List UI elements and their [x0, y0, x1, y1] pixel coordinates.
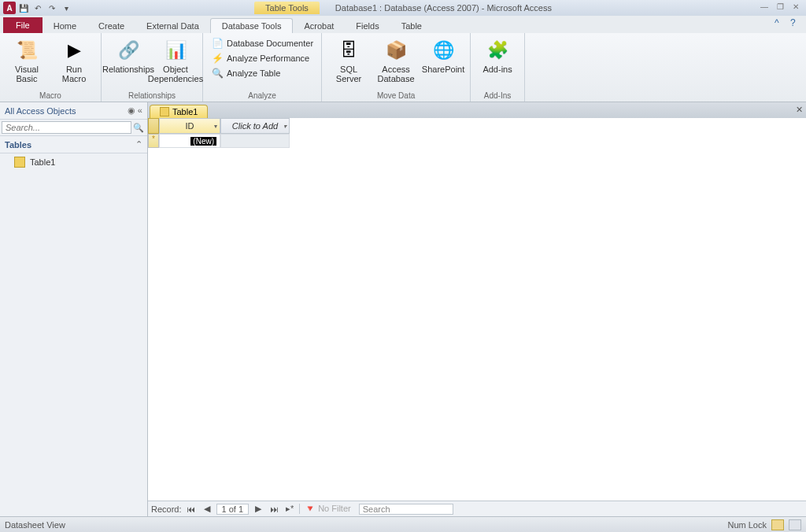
- tab-home[interactable]: Home: [43, 19, 87, 33]
- navpane-dropdown-icon[interactable]: ◉ «: [128, 105, 142, 116]
- documenter-icon: 📄: [211, 37, 224, 50]
- table-icon: [160, 107, 169, 116]
- window-title: Database1 : Database (Access 2007) - Mic…: [335, 3, 552, 13]
- relationships-button[interactable]: 🔗 Relationships: [106, 35, 150, 74]
- search-icon[interactable]: 🔍: [131, 123, 146, 133]
- document-area: Table1 ✕ ID▾ Click to Add▾ * (New) Recor…: [148, 102, 806, 516]
- record-search[interactable]: Search: [359, 504, 453, 515]
- database-documenter-button[interactable]: 📄Database Documenter: [208, 36, 316, 50]
- group-label: Relationships: [106, 90, 198, 102]
- minimize-button[interactable]: —: [757, 2, 771, 13]
- tab-database-tools[interactable]: Database Tools: [210, 18, 294, 33]
- ribbon-group-macros: 📜 Visual Basic ▶ Run Macro Macro: [0, 33, 102, 102]
- contextual-tab-title: Table Tools: [254, 2, 320, 14]
- analyze-table-icon: 🔍: [211, 67, 224, 79]
- table-icon: [14, 157, 25, 168]
- ribbon-tabs: File Home Create External Data Database …: [0, 16, 806, 33]
- quick-access-toolbar: A 💾 ↶ ↷ ▾: [3, 2, 72, 14]
- record-navigator: Record: ⏮ ◀ 1 of 1 ▶ ⏭ ▸* 🔻 No Filter Se…: [148, 501, 806, 516]
- access-db-icon: 📦: [383, 38, 409, 63]
- dependencies-icon: 📊: [163, 38, 188, 63]
- document-tab-table1[interactable]: Table1: [150, 105, 208, 118]
- undo-icon[interactable]: ↶: [31, 2, 44, 14]
- cell-empty[interactable]: [220, 134, 290, 148]
- record-label: Record:: [151, 504, 182, 514]
- group-label: Macro: [5, 90, 96, 102]
- navpane-header[interactable]: All Access Objects ◉ «: [0, 102, 147, 120]
- run-macro-icon: ▶: [61, 38, 87, 63]
- next-record-button[interactable]: ▶: [252, 504, 264, 514]
- title-bar: A 💾 ↶ ↷ ▾ Table Tools Database1 : Databa…: [0, 0, 806, 16]
- close-document-button[interactable]: ✕: [796, 105, 803, 115]
- prev-record-button[interactable]: ◀: [201, 504, 213, 514]
- main-area: All Access Objects ◉ « 🔍 Tables ⌃ Table1…: [0, 102, 806, 516]
- tab-file[interactable]: File: [3, 17, 43, 33]
- ribbon-group-relationships: 🔗 Relationships 📊 Object Dependencies Re…: [102, 33, 203, 102]
- sql-server-icon: 🗄: [336, 38, 361, 63]
- status-bar: Datasheet View Num Lock: [0, 516, 806, 532]
- close-button[interactable]: ✕: [789, 2, 803, 13]
- last-record-button[interactable]: ⏭: [268, 504, 280, 514]
- record-position[interactable]: 1 of 1: [216, 504, 250, 515]
- help-icon[interactable]: ?: [790, 17, 801, 28]
- search-input[interactable]: [2, 121, 131, 134]
- group-label: Move Data: [327, 90, 465, 102]
- first-record-button[interactable]: ⏮: [185, 504, 198, 514]
- tab-acrobat[interactable]: Acrobat: [293, 19, 345, 33]
- relationships-icon: 🔗: [116, 38, 141, 63]
- run-macro-button[interactable]: ▶ Run Macro: [52, 35, 96, 83]
- navpane-group-tables[interactable]: Tables ⌃: [0, 136, 147, 153]
- ribbon-group-addins: 🧩 Add-ins Add-Ins: [471, 33, 525, 102]
- ribbon: 📜 Visual Basic ▶ Run Macro Macro 🔗 Relat…: [0, 33, 806, 102]
- design-view-icon[interactable]: [789, 519, 801, 530]
- document-tabs: Table1 ✕: [148, 102, 806, 118]
- minimize-ribbon-icon[interactable]: ^: [775, 17, 786, 28]
- row-selector[interactable]: *: [148, 134, 159, 148]
- tab-table[interactable]: Table: [390, 19, 433, 33]
- tab-external-data[interactable]: External Data: [135, 19, 210, 33]
- navigation-pane: All Access Objects ◉ « 🔍 Tables ⌃ Table1: [0, 102, 148, 516]
- ribbon-group-analyze: 📄Database Documenter ⚡Analyze Performanc…: [203, 33, 322, 102]
- performance-icon: ⚡: [211, 52, 224, 65]
- analyze-performance-button[interactable]: ⚡Analyze Performance: [208, 51, 316, 65]
- addins-icon: 🧩: [485, 38, 510, 63]
- sharepoint-button[interactable]: 🌐 SharePoint: [421, 35, 465, 74]
- select-all-cell[interactable]: [148, 118, 159, 134]
- access-database-button[interactable]: 📦 Access Database: [374, 35, 418, 83]
- group-label: Add-Ins: [475, 90, 519, 102]
- datasheet: ID▾ Click to Add▾ * (New): [148, 118, 806, 501]
- column-header-add[interactable]: Click to Add▾: [220, 118, 290, 134]
- navpane-search: 🔍: [0, 120, 147, 136]
- redo-icon[interactable]: ↷: [46, 2, 58, 14]
- qat-customize-icon[interactable]: ▾: [60, 2, 72, 14]
- column-dropdown-icon[interactable]: ▾: [214, 123, 217, 130]
- sql-server-button[interactable]: 🗄 SQL Server: [327, 35, 371, 83]
- view-mode-label: Datasheet View: [5, 520, 65, 530]
- datasheet-header: ID▾ Click to Add▾: [148, 118, 806, 134]
- column-header-id[interactable]: ID▾: [159, 118, 220, 134]
- object-dependencies-button[interactable]: 📊 Object Dependencies: [153, 35, 198, 83]
- addins-button[interactable]: 🧩 Add-ins: [475, 35, 519, 74]
- analyze-table-button[interactable]: 🔍Analyze Table: [208, 66, 316, 80]
- group-label: Analyze: [208, 90, 316, 102]
- access-app-icon[interactable]: A: [3, 2, 16, 14]
- save-icon[interactable]: 💾: [17, 2, 30, 14]
- cell-id[interactable]: (New): [159, 134, 220, 148]
- tab-fields[interactable]: Fields: [345, 19, 390, 33]
- navpane-item-table1[interactable]: Table1: [0, 153, 147, 171]
- column-dropdown-icon[interactable]: ▾: [283, 123, 287, 130]
- visual-basic-icon: 📜: [14, 38, 39, 63]
- new-record-button[interactable]: ▸*: [283, 504, 296, 514]
- restore-button[interactable]: ❐: [773, 2, 787, 13]
- visual-basic-button[interactable]: 📜 Visual Basic: [5, 35, 49, 83]
- sharepoint-icon: 🌐: [431, 38, 456, 63]
- filter-indicator[interactable]: 🔻 No Filter: [299, 504, 356, 514]
- table-row: * (New): [148, 134, 806, 148]
- numlock-indicator: Num Lock: [727, 520, 767, 530]
- datasheet-view-icon[interactable]: [771, 519, 784, 530]
- tab-create[interactable]: Create: [87, 19, 135, 33]
- ribbon-group-move-data: 🗄 SQL Server 📦 Access Database 🌐 SharePo…: [322, 33, 471, 102]
- chevron-up-icon: ⌃: [135, 139, 142, 150]
